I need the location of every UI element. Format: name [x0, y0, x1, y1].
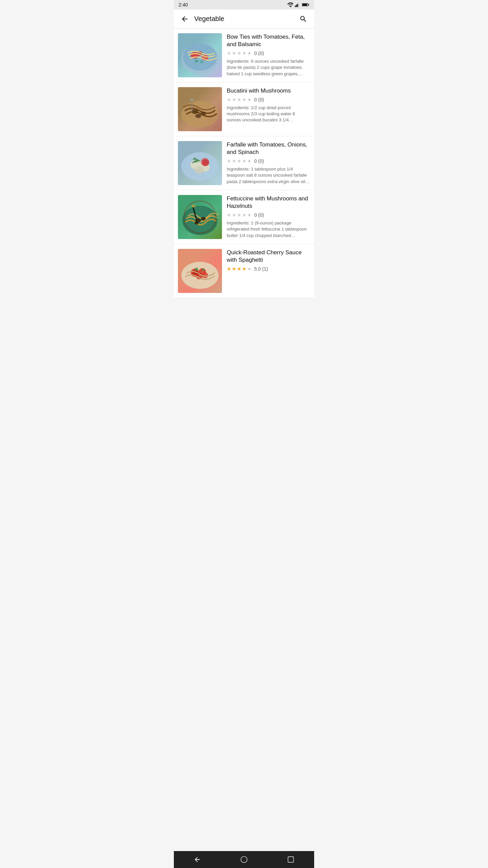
- status-icons: [287, 2, 309, 7]
- nav-recents-button[interactable]: [282, 851, 299, 868]
- recipe-image: [178, 249, 222, 293]
- recipe-info: Fettuccine with Mushrooms and Hazelnuts …: [222, 195, 310, 239]
- recipe-item[interactable]: Farfalle with Tomatoes, Onions, and Spin…: [174, 136, 314, 190]
- back-arrow-icon: [181, 15, 189, 23]
- svg-point-23: [199, 163, 210, 172]
- status-time: 2:40: [179, 2, 188, 7]
- stars: ★ ★ ★ ★ ★: [227, 97, 251, 103]
- star-3: ★: [237, 50, 241, 56]
- recipe-ingredients: Ingredients: 1 (9-ounce) package refrige…: [227, 220, 310, 239]
- svg-point-13: [195, 59, 198, 63]
- svg-point-20: [190, 98, 194, 101]
- wifi-icon: [287, 2, 293, 7]
- nav-home-button[interactable]: [236, 851, 252, 868]
- star-1: ★: [227, 50, 231, 56]
- nav-home-icon: [240, 856, 248, 863]
- star-2: ★: [232, 212, 236, 218]
- svg-point-41: [195, 268, 198, 271]
- svg-point-16: [191, 109, 198, 114]
- recipe-item[interactable]: Bow Ties with Tomatoes, Feta, and Balsam…: [174, 28, 314, 82]
- rating-number: 0: [254, 212, 257, 218]
- stars: ★ ★ ★ ★ ★: [227, 158, 251, 164]
- svg-rect-32: [192, 207, 197, 220]
- svg-point-33: [191, 205, 196, 208]
- recipe-item[interactable]: Quick-Roasted Cherry Sauce with Spaghett…: [174, 244, 314, 298]
- svg-point-30: [201, 217, 206, 220]
- recipe-info: Bucatini with Mushrooms ★ ★ ★ ★ ★ 0 (0) …: [222, 87, 310, 131]
- svg-point-38: [199, 268, 206, 276]
- star-2: ★: [232, 97, 236, 103]
- recipe-title: Bow Ties with Tomatoes, Feta, and Balsam…: [227, 33, 310, 48]
- recipe-rating: ★ ★ ★ ★ ★ 5.0 (1): [227, 266, 310, 272]
- star-2: ★: [232, 266, 236, 272]
- star-2: ★: [232, 50, 236, 56]
- rating-number: 0: [254, 51, 257, 56]
- page-title: Vegetable: [191, 15, 297, 23]
- star-3: ★: [237, 158, 241, 164]
- svg-rect-3: [297, 4, 298, 7]
- status-bar: 2:40: [174, 0, 314, 9]
- header: Vegetable: [174, 9, 314, 28]
- rating-count: (0): [258, 51, 264, 56]
- svg-point-26: [202, 159, 209, 166]
- star-2: ★: [232, 158, 236, 164]
- svg-point-14: [200, 61, 203, 63]
- star-4: ★: [242, 212, 246, 218]
- recipe-rating: ★ ★ ★ ★ ★ 0 (0): [227, 50, 310, 56]
- svg-point-29: [196, 218, 201, 222]
- star-5: ★: [247, 97, 251, 103]
- star-4: ★: [242, 97, 246, 103]
- recipe-info: Bow Ties with Tomatoes, Feta, and Balsam…: [222, 33, 310, 77]
- rating-number: 5.0: [254, 266, 261, 272]
- star-5: ★: [247, 50, 251, 56]
- svg-rect-6: [308, 4, 309, 5]
- star-1: ★: [227, 158, 231, 164]
- signal-icon: [295, 2, 300, 7]
- stars: ★ ★ ★ ★ ★: [227, 266, 251, 272]
- svg-point-10: [191, 52, 199, 59]
- nav-back-button[interactable]: [189, 851, 206, 868]
- svg-point-21: [181, 152, 219, 181]
- star-4: ★: [242, 158, 246, 164]
- svg-point-31: [195, 221, 199, 224]
- recipe-item[interactable]: Bucatini with Mushrooms ★ ★ ★ ★ ★ 0 (0) …: [174, 82, 314, 136]
- svg-rect-2: [296, 5, 297, 7]
- recipe-info: Farfalle with Tomatoes, Onions, and Spin…: [222, 141, 310, 185]
- recipe-ingredients: Ingredients: 6 ounces uncooked farfalle …: [227, 58, 310, 77]
- back-button[interactable]: [178, 12, 191, 26]
- recipe-image: [178, 195, 222, 239]
- recipe-item[interactable]: Fettuccine with Mushrooms and Hazelnuts …: [174, 190, 314, 244]
- nav-back-icon: [194, 856, 201, 863]
- svg-rect-44: [288, 857, 294, 863]
- svg-rect-4: [298, 3, 299, 7]
- rating-count: (0): [258, 97, 264, 102]
- star-4: ★: [242, 266, 246, 272]
- recipe-image: [178, 87, 222, 131]
- svg-rect-34: [184, 201, 216, 233]
- svg-point-15: [181, 101, 219, 128]
- svg-point-42: [202, 269, 205, 271]
- recipe-title: Bucatini with Mushrooms: [227, 87, 310, 95]
- recipe-image: [178, 33, 222, 77]
- recipe-image: [178, 141, 222, 185]
- rating-count: (0): [258, 212, 264, 218]
- svg-point-25: [201, 158, 209, 166]
- star-3: ★: [237, 97, 241, 103]
- stars: ★ ★ ★ ★ ★: [227, 50, 251, 56]
- svg-point-37: [192, 270, 199, 277]
- rating-count: (1): [262, 266, 268, 272]
- search-icon: [299, 15, 307, 23]
- star-1: ★: [227, 212, 231, 218]
- star-4: ★: [242, 50, 246, 56]
- recipe-ingredients: Ingredients: 1/2 cup dried porcini mushr…: [227, 105, 310, 123]
- svg-point-36: [191, 269, 199, 277]
- star-3: ★: [237, 266, 241, 272]
- battery-icon: [302, 3, 309, 7]
- search-button[interactable]: [297, 12, 310, 26]
- svg-point-40: [202, 272, 208, 278]
- svg-point-24: [195, 166, 204, 174]
- svg-point-18: [195, 114, 201, 118]
- recipe-rating: ★ ★ ★ ★ ★ 0 (0): [227, 212, 310, 218]
- star-1: ★: [227, 266, 231, 272]
- recipe-rating: ★ ★ ★ ★ ★ 0 (0): [227, 97, 310, 103]
